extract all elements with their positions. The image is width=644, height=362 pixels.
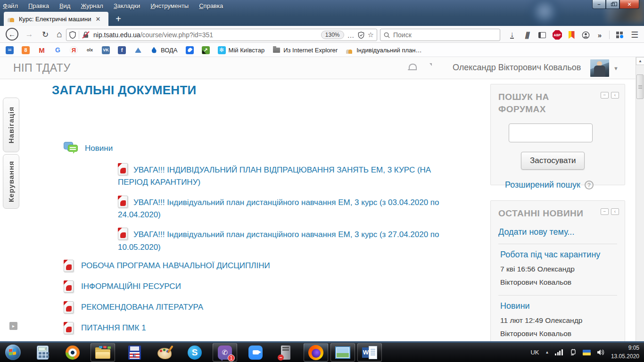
taskbar-viber[interactable]: ✆1 [213, 343, 237, 362]
help-icon[interactable]: ? [585, 181, 594, 189]
document-link[interactable]: УВАГА!!! Індивідуальний план дистанційно… [118, 230, 439, 251]
menu-item[interactable]: Журнал [81, 2, 103, 9]
bookmark-vk[interactable]: VK [102, 46, 110, 54]
downloads-icon[interactable]: ↓ [506, 29, 518, 41]
taskbar-word[interactable]: W [357, 343, 382, 362]
add-new-topic-link[interactable]: Додати нову тему... [498, 227, 617, 237]
home-button[interactable]: ⌂ [53, 28, 66, 41]
document-link[interactable]: РЕКОМЕНДОВАНА ЛІТЕРАТУРА [81, 303, 203, 312]
user-avatar[interactable] [590, 59, 609, 77]
back-button[interactable]: ← [6, 28, 18, 41]
menu-item[interactable]: Правка [28, 2, 49, 9]
forum-search-input[interactable] [509, 123, 593, 142]
account-icon[interactable] [580, 29, 591, 41]
tab-close-icon[interactable]: ✕ [94, 16, 102, 23]
reload-button[interactable]: ↻ [39, 28, 52, 41]
bookmark-kyivstar[interactable]: ✻Мій Київстар [218, 46, 265, 54]
library-icon[interactable]: ||| [520, 29, 534, 41]
forward-button[interactable]: → [23, 28, 36, 41]
collapse-block-icon[interactable]: − [601, 208, 609, 215]
page-scrollbar[interactable]: ▲ [636, 57, 644, 341]
taskbar-firefox[interactable] [304, 343, 328, 362]
taskbar-skype[interactable]: S [182, 343, 207, 362]
show-blocks-dock-icon[interactable]: ▸ [9, 322, 17, 330]
network-plug-icon[interactable] [569, 349, 577, 356]
page-actions-icon[interactable]: … [347, 31, 355, 39]
news-item-title-link[interactable]: Новини [500, 301, 617, 311]
close-button[interactable]: ✕ [619, 0, 639, 9]
volume-speaker-icon[interactable] [597, 349, 605, 356]
document-link[interactable]: УВАГА!!! Індивідуальний план дистанційно… [118, 198, 439, 219]
news-item-title-link[interactable]: Робота під час карантину [500, 250, 617, 260]
bookmark-olx[interactable]: olx [86, 46, 94, 54]
sidebar-tab-administration[interactable]: Керування [3, 154, 19, 209]
menu-item[interactable]: Файл [3, 2, 18, 9]
menu-item[interactable]: Вид [59, 2, 71, 9]
search-input[interactable] [393, 31, 487, 39]
ukraine-flag-icon[interactable] [583, 350, 591, 355]
adblock-plus-icon[interactable]: ABP [552, 29, 563, 41]
hidden-icons-caret-icon[interactable]: ▲ [545, 350, 549, 354]
advanced-search-link[interactable]: Розширений пошук [505, 180, 580, 190]
taskbar-recuva[interactable] [60, 343, 85, 362]
user-menu-caret-icon[interactable]: ▼ [613, 66, 619, 71]
bookmark-voda[interactable]: ВОДА [150, 46, 178, 54]
forum-link[interactable]: Новини [85, 144, 113, 153]
search-bar[interactable] [380, 29, 500, 41]
menu-item[interactable]: Справка [199, 2, 223, 9]
taskbar-zoom[interactable] [243, 343, 268, 362]
address-bar[interactable]: nip.tsatu.edu.ua/course/view.php?id=351 … [66, 29, 377, 41]
bookmark-ie-folder[interactable]: Из Internet Explorer [272, 46, 338, 54]
extensions-icon[interactable] [614, 29, 625, 41]
bookmark-mailru[interactable]: ✉ [6, 46, 14, 54]
language-indicator[interactable]: UK [530, 349, 539, 356]
network-signal-icon[interactable] [555, 349, 563, 355]
taskbar-explorer[interactable] [91, 343, 115, 362]
document-link[interactable]: УВАГА!!! ІНДИВІДУАЛЬНИЙ ПЛАН ВІДПРАЦЮВАН… [118, 165, 431, 187]
tracking-shield-icon[interactable] [69, 31, 76, 39]
bookmark-gas[interactable] [186, 46, 194, 54]
yandex-bookmarks-icon[interactable] [566, 29, 577, 41]
bookmark-google[interactable]: G [54, 46, 62, 54]
taskbar-clock[interactable]: 9:05 13.05.2020 [611, 344, 639, 361]
site-title[interactable]: НІП ТДАТУ [13, 62, 71, 74]
bookmark-individual-plan[interactable]: Індивідуальний план… [346, 46, 421, 54]
start-button[interactable] [2, 343, 24, 362]
sidebar-toggle-icon[interactable] [537, 29, 548, 41]
scrollbar-thumb[interactable] [636, 74, 644, 99]
bookmark-odnoklassniki[interactable]: 8 [22, 46, 30, 54]
hamburger-menu-icon[interactable]: ☰ [629, 29, 640, 41]
bookmark-meta[interactable] [134, 46, 142, 54]
taskbar-system-tool[interactable] [273, 343, 298, 362]
document-link[interactable]: ІНФОРМАЦІЙНІ РЕСУРСИ [81, 282, 181, 291]
overflow-chevrons-icon[interactable]: » [594, 29, 605, 41]
minimize-button[interactable]: – [592, 0, 606, 9]
restore-button[interactable] [606, 0, 619, 9]
taskbar-calculator[interactable] [30, 343, 55, 362]
sidebar-tab-navigation[interactable]: Навігація [3, 98, 19, 152]
taskbar-floppy-app[interactable] [122, 343, 147, 362]
dock-block-icon[interactable]: ‹ [611, 208, 619, 215]
taskbar-paint[interactable] [152, 343, 177, 362]
user-name[interactable]: Олександр Вікторович Ковальов [453, 63, 581, 73]
zoom-level-badge[interactable]: 130% [321, 31, 344, 39]
scroll-up-icon[interactable]: ▲ [636, 57, 644, 65]
bookmark-star-icon[interactable]: ☆ [368, 31, 374, 39]
menu-item[interactable]: Закладки [114, 2, 140, 9]
bookmark-facebook[interactable]: f [118, 46, 126, 54]
bookmark-yandex[interactable]: Я [70, 46, 78, 54]
protections-shield-icon[interactable] [358, 32, 364, 39]
new-tab-button[interactable]: + [112, 13, 124, 25]
document-link[interactable]: ПИТАННЯ ПМК 1 [81, 323, 146, 333]
bookmark-gmail[interactable]: M [38, 46, 46, 54]
document-link[interactable]: РОБОЧА ПРОГРАМА НАВЧАЛЬНОЇ ДИСЦИПЛІНИ [81, 261, 270, 271]
bookmark-privat[interactable]: ↗ [202, 46, 210, 54]
taskbar-photo-viewer[interactable] [330, 343, 355, 362]
menu-item[interactable]: Инструменты [150, 2, 189, 9]
forum-icon [64, 142, 78, 155]
browser-tab[interactable]: Курс: Електричні машини ✕ [4, 12, 108, 26]
apply-button[interactable]: Застосувати [521, 152, 585, 170]
insecure-connection-icon[interactable] [82, 31, 90, 39]
collapse-block-icon[interactable]: − [601, 92, 609, 99]
dock-block-icon[interactable]: ‹ [611, 92, 619, 99]
